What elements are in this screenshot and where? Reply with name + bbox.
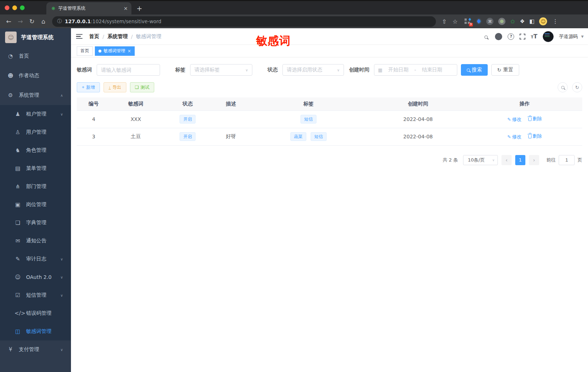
sidebar-item-label: 错误码管理 [26, 310, 51, 317]
prev-page-button[interactable]: ‹ [501, 155, 512, 165]
edit-link[interactable]: ✎修改 [507, 116, 521, 123]
sidebar-item-department[interactable]: ⋔ 部门管理 [0, 177, 71, 196]
user-avatar[interactable] [543, 31, 554, 42]
site-info-icon[interactable]: ⓘ [57, 18, 62, 25]
sidebar-item-role[interactable]: ♞ 角色管理 [0, 141, 71, 159]
tag-select[interactable]: 请选择标签 ∨ [190, 64, 252, 76]
refresh-table-button[interactable]: ↻ [572, 82, 582, 92]
green-star-extension-icon[interactable]: ✩ [510, 18, 515, 25]
dictionary-icon: ❏ [14, 220, 21, 226]
sidebar-item-sensitive-word[interactable]: ◫ 敏感词管理 [0, 322, 71, 340]
search-button[interactable]: 搜索 [461, 64, 488, 76]
sidebar-item-author-feed[interactable]: ☻ 作者动态 [0, 66, 71, 85]
side-panel-icon[interactable]: ◧ [529, 18, 534, 25]
export-button[interactable]: ↓ 导出 [104, 82, 126, 92]
sidebar-item-oauth[interactable]: ☺ OAuth 2.0 ∨ [0, 268, 71, 286]
font-size-icon[interactable]: TT [531, 33, 537, 40]
status-select[interactable]: 请选择启用状态 ∨ [282, 64, 344, 76]
caret-down-icon[interactable]: ▼ [581, 35, 584, 38]
help-icon[interactable]: ? [508, 33, 514, 40]
sidebar-item-post[interactable]: ▣ 岗位管理 [0, 196, 71, 214]
close-icon[interactable]: × [127, 49, 131, 54]
sidebar-item-menu[interactable]: ▤ 菜单管理 [0, 159, 71, 177]
username[interactable]: 芋道源码 [559, 33, 578, 40]
sidebar-item-payment[interactable]: ¥ 支付管理 ∨ [0, 340, 71, 359]
org-tree-icon: ⋔ [14, 183, 21, 190]
app-logo-row[interactable]: ☺ 芋道管理系统 [0, 28, 71, 46]
message-face-icon: ☻ [7, 72, 14, 79]
minimize-window-button[interactable] [12, 5, 17, 10]
sidebar-item-notice[interactable]: ✉ 通知公告 [0, 232, 71, 250]
col-status: 状态 [161, 97, 214, 110]
delete-link[interactable]: 删除 [528, 116, 542, 122]
tab-manager-extension-icon[interactable]: ♦ 9 [464, 18, 471, 25]
keyword-input[interactable] [97, 64, 160, 76]
github-icon[interactable] [495, 33, 502, 40]
edit-link[interactable]: ✎修改 [507, 134, 521, 140]
cell-word: XXX [110, 110, 161, 128]
breadcrumb-current: 敏感词管理 [136, 33, 161, 40]
sidebar-item-home[interactable]: ◔ 首页 [0, 46, 71, 66]
sidebar-item-audit-log[interactable]: ✎ 审计日志 ∨ [0, 250, 71, 268]
search-icon[interactable] [482, 33, 490, 40]
page-1-button[interactable]: 1 [515, 155, 525, 165]
sidebar-item-error-code[interactable]: </> 错误码管理 [0, 304, 71, 322]
extension-icons: ♦ 9 ♦ ⌘ ✩ ❖ ◧ ☺ ⋮ [464, 17, 558, 25]
recorder-extension-icon[interactable] [498, 18, 505, 25]
sidebar-item-user[interactable]: ♙ 用户管理 [0, 123, 71, 141]
sidebar-item-tenant[interactable]: ♟ 租户管理 ∨ [0, 105, 71, 123]
next-page-button[interactable]: › [529, 155, 539, 165]
breadcrumb-system[interactable]: 系统管理 [108, 33, 128, 40]
favicon-plant-icon: ❋ [51, 6, 55, 11]
reset-button[interactable]: ↻ 重置 [491, 64, 519, 76]
sidebar-item-label: 部门管理 [26, 183, 46, 190]
dashboard-icon: ◔ [7, 53, 14, 59]
new-tab-button[interactable]: + [136, 4, 142, 12]
maximize-window-button[interactable] [20, 5, 25, 10]
tag-home[interactable]: 首页 [77, 46, 93, 56]
delete-link[interactable]: 删除 [528, 133, 542, 139]
table-header-row: 编号 敏感词 状态 描述 标签 创建时间 操作 [77, 97, 582, 110]
sidebar-item-dictionary[interactable]: ❏ 字典管理 [0, 214, 71, 232]
tags-view-bar: 首页 敏感词管理 × [71, 45, 588, 57]
users-icon: ♟ [14, 111, 21, 117]
gem-extension-icon[interactable]: ♦ [476, 18, 482, 25]
url-bar[interactable]: ⓘ 127.0.0.1:1024/system/sensitive-word [52, 16, 436, 27]
status-select-placeholder: 请选择启用状态 [287, 67, 322, 73]
page-size-select[interactable]: 10条/页 ∨ [463, 155, 498, 165]
back-icon[interactable]: ← [4, 18, 14, 25]
tag-label: 标签 [175, 67, 185, 73]
forward-icon[interactable]: → [15, 18, 25, 25]
share-icon[interactable]: ⇧ [440, 18, 449, 25]
browser-menu-icon[interactable]: ⋮ [553, 18, 558, 25]
filter-form: 敏感词 标签 请选择标签 ∨ 状态 请选择启用状态 ∨ 创建时间 [77, 64, 582, 76]
sidebar-item-sms[interactable]: ☑ 短信管理 ∨ [0, 286, 71, 304]
browser-profile-avatar[interactable]: ☺ [539, 17, 547, 25]
close-window-button[interactable] [5, 5, 9, 10]
browser-tab-title: 芋道管理系统 [58, 5, 121, 12]
command-extension-icon[interactable]: ⌘ [486, 18, 494, 25]
test-button[interactable]: ❏ 测试 [130, 82, 155, 92]
extensions-puzzle-icon[interactable]: ❖ [520, 18, 525, 25]
browser-tab[interactable]: ❋ 芋道管理系统 × [46, 2, 131, 14]
date-separator: - [414, 67, 416, 73]
sidebar-item-system-management[interactable]: ⚙ 系统管理 ∧ [0, 85, 71, 105]
home-icon[interactable]: ⌂ [38, 18, 49, 25]
calendar-icon: ▦ [378, 67, 382, 73]
add-button[interactable]: + 新增 [77, 82, 100, 92]
toggle-search-button[interactable] [558, 82, 568, 92]
fullscreen-icon[interactable] [520, 34, 525, 39]
bookmark-star-icon[interactable]: ☆ [450, 18, 460, 25]
tab-close-icon[interactable]: × [123, 5, 128, 11]
breadcrumb-home[interactable]: 首页 [89, 33, 99, 40]
face-icon: ☺ [14, 274, 21, 280]
notice-icon: ✉ [14, 238, 21, 244]
cell-created: 2022-04-08 [369, 128, 467, 145]
date-range-picker[interactable]: ▦ 开始日期 - 结束日期 [374, 64, 457, 76]
tag-sensitive-word[interactable]: 敏感词管理 × [95, 46, 135, 56]
goto-page-input[interactable] [559, 155, 575, 165]
chevron-down-icon: ∨ [60, 112, 63, 116]
plus-icon: + [82, 85, 84, 90]
reload-icon[interactable]: ↻ [27, 18, 37, 25]
sidebar-collapse-icon[interactable] [76, 34, 83, 39]
